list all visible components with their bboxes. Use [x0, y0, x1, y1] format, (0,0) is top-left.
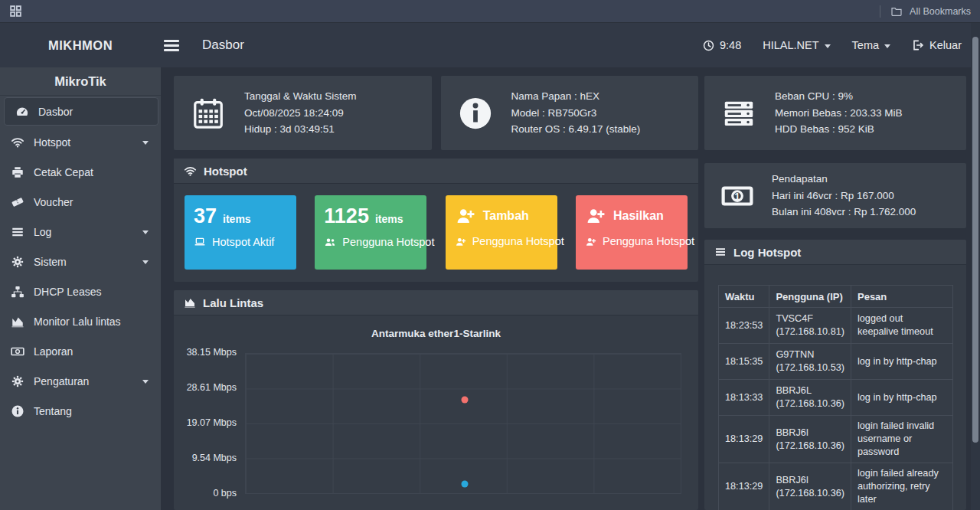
log-message: login failed invalid username or passwor… — [851, 416, 952, 463]
free-memory: Memori Bebas : 203.33 MiB — [775, 105, 903, 122]
log-time: 18:23:53 — [719, 308, 769, 344]
sidebar-item-label: Sistem — [34, 256, 133, 268]
gear-icon — [11, 374, 24, 388]
system-time-title: Tanggal & Waktu Sistem — [244, 88, 357, 105]
log-table: Waktu Pengguna (IP) Pesan 18:23:53 TVSC4… — [718, 285, 953, 510]
board-name: Nama Papan : hEX — [511, 88, 641, 105]
sidebar-item-label: Voucher — [34, 196, 149, 208]
hotspot-users-label: Pengguna Hotspot — [342, 236, 434, 248]
laptop-icon — [194, 236, 206, 248]
hotspot-active-count: 37 — [194, 205, 217, 227]
generate-user-label: Pengguna Hotspot — [603, 235, 694, 247]
user-plus-icon — [455, 205, 475, 226]
list-icon — [714, 246, 727, 258]
session-menu[interactable]: HILAL.NET — [763, 39, 830, 51]
sidebar-item-hotspot[interactable]: Hotspot — [0, 127, 161, 157]
scrollbar-thumb[interactable] — [972, 37, 978, 443]
sidebar-item-dasbor[interactable]: Dasbor — [4, 97, 158, 126]
gear-icon — [11, 255, 24, 269]
sidebar-item-label: Cetak Cepat — [34, 166, 149, 178]
chevron-down-icon — [142, 230, 149, 234]
users-icon — [324, 236, 336, 248]
clock-icon — [703, 40, 714, 51]
svg-text:1: 1 — [734, 190, 740, 201]
y-tick-label: 28.61 Mbps — [187, 382, 237, 393]
session-name: HILAL.NET — [763, 39, 818, 51]
table-row: 18:13:29 BBRJ6l(172.168.10.36) login fai… — [719, 463, 953, 510]
y-tick-label: 0 bps — [213, 488, 237, 499]
session-time-value: 9:48 — [720, 39, 741, 51]
menu-toggle-icon[interactable] — [164, 40, 179, 51]
col-header-pesan: Pesan — [851, 286, 952, 308]
traffic-panel: Lalu Lintas Antarmuka ether1-Starlink 38… — [174, 290, 698, 510]
logout-button[interactable]: Keluar — [912, 39, 962, 51]
traffic-panel-title: Lalu Lintas — [203, 296, 263, 309]
app-header: MIKHMON Dasbor 9:48 HILAL.NET Tema — [0, 23, 980, 67]
sidebar-item-label: DHCP Leases — [34, 286, 149, 298]
log-user: TVSC4F(172.168.10.81) — [769, 308, 851, 344]
table-row: 18:13:29 BBRJ6l(172.168.10.36) login fai… — [719, 416, 953, 463]
hotspot-users-count: 1125 — [324, 205, 369, 227]
log-message: login failed already authorizing, retry … — [851, 463, 952, 510]
tachometer-icon — [15, 105, 29, 119]
system-uptime: Hidup : 3d 03:49:51 — [244, 121, 357, 138]
add-user-card[interactable]: Tambah Pengguna Hotspot — [446, 195, 557, 270]
printer-icon — [11, 165, 24, 179]
theme-label: Tema — [852, 39, 879, 51]
sidebar-item-label: Laporan — [34, 345, 149, 358]
brand-logo[interactable]: MIKHMON — [0, 38, 161, 53]
sidebar-item-dhcp-leases[interactable]: DHCP Leases — [0, 276, 161, 306]
page-scrollbar[interactable] — [971, 23, 980, 510]
theme-menu[interactable]: Tema — [852, 39, 890, 51]
free-hdd: HDD Bebas : 952 KiB — [775, 121, 903, 138]
sidebar-item-sistem[interactable]: Sistem — [0, 247, 161, 276]
sidebar-item-pengaturan[interactable]: Pengaturan — [0, 366, 161, 396]
sidebar-item-label: Log — [34, 226, 133, 238]
log-panel-header: Log Hotspot — [704, 240, 966, 265]
sidebar-item-tentang[interactable]: Tentang — [0, 396, 161, 426]
log-user: BBRJ6l(172.168.10.36) — [769, 416, 851, 463]
table-row: 18:15:35 G97TNN(172.168.10.53) log in by… — [719, 344, 953, 380]
hotspot-panel-header: Hotspot — [174, 159, 698, 184]
table-row: 18:23:53 TVSC4F(172.168.10.81) logged ou… — [719, 308, 953, 344]
list-icon — [11, 225, 24, 239]
all-bookmarks[interactable]: All Bookmarks — [880, 5, 971, 18]
generate-user-action: Hasilkan — [613, 209, 664, 223]
page-title: Dasbor — [202, 38, 244, 53]
tab-groups-icon[interactable] — [9, 5, 22, 18]
sidebar-item-label: Dasbor — [38, 106, 145, 118]
log-message: log in by http-chap — [851, 344, 952, 380]
income-card: 1 Pendapatan Hari ini 46vcr : Rp 167.000… — [704, 163, 966, 228]
y-tick-label: 19.07 Mbps — [187, 417, 237, 428]
generate-user-card[interactable]: Hasilkan Pengguna Hotspot — [576, 195, 688, 270]
system-datetime: Oct/08/2025 18:24:09 — [244, 105, 357, 122]
chevron-down-icon — [884, 44, 890, 48]
chevron-down-icon — [142, 141, 149, 145]
chevron-down-icon — [142, 260, 149, 264]
y-tick-label: 38.15 Mbps — [187, 347, 237, 358]
add-user-label: Pengguna Hotspot — [472, 235, 564, 247]
sidebar-title: MikroTik — [0, 67, 161, 96]
income-month: Bulan ini 408vcr : Rp 1.762.000 — [772, 204, 916, 221]
sidebar-item-label: Hotspot — [34, 136, 133, 149]
user-plus-icon — [455, 236, 466, 247]
traffic-panel-header: Lalu Lintas — [174, 290, 698, 315]
user-plus-icon — [585, 205, 606, 226]
hotspot-active-card[interactable]: 37 items Hotspot Aktif — [185, 195, 296, 270]
y-tick-label: 9.54 Mbps — [192, 453, 237, 463]
sidebar-item-laporan[interactable]: Laporan — [0, 336, 161, 366]
log-user: BBRJ6L(172.168.10.36) — [769, 380, 851, 416]
hotspot-users-card[interactable]: 1125 items Pengguna Hotspot — [315, 195, 426, 270]
divider — [880, 5, 880, 18]
wifi-icon — [184, 165, 197, 178]
chart-area-icon — [184, 296, 196, 309]
info-circle-icon — [458, 96, 493, 131]
log-hotspot-panel: Log Hotspot Waktu Pengguna (IP) Pesan — [704, 240, 966, 510]
log-panel-title: Log Hotspot — [733, 246, 801, 259]
sidebar-item-cetak-cepat[interactable]: Cetak Cepat — [0, 157, 161, 187]
server-icon — [721, 96, 756, 131]
sidebar-item-log[interactable]: Log — [0, 217, 161, 247]
log-time: 18:13:29 — [719, 416, 769, 463]
sidebar-item-voucher[interactable]: Voucher — [0, 187, 161, 217]
sidebar-item-monitor-lalu-lintas[interactable]: Monitor Lalu lintas — [0, 306, 161, 336]
